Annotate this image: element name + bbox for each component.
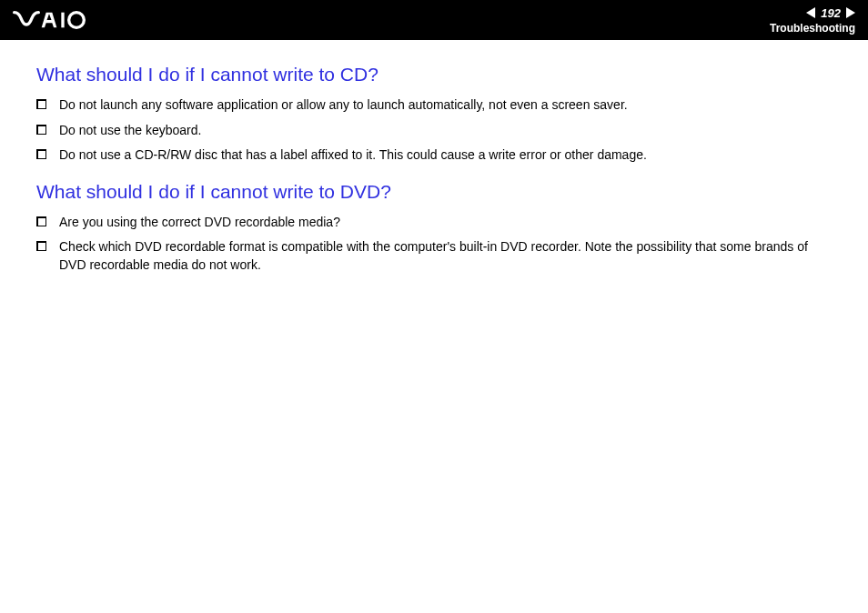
checkbox-icon (36, 241, 46, 251)
checkbox-icon (36, 149, 46, 159)
list-item: Do not launch any software application o… (36, 96, 832, 115)
svg-point-1 (69, 13, 85, 28)
checkbox-icon (36, 125, 46, 135)
list-item: Check which DVD recordable format is com… (36, 238, 832, 274)
header-right: 192 Troubleshooting (770, 6, 855, 35)
question-heading-dvd: What should I do if I cannot write to DV… (36, 181, 832, 203)
page-number: 192 (821, 6, 841, 20)
bullet-list-dvd: Are you using the correct DVD recordable… (36, 214, 832, 275)
svg-rect-0 (61, 13, 64, 28)
checkbox-icon (36, 216, 46, 226)
list-item-text: Do not launch any software application o… (59, 96, 832, 115)
list-item: Are you using the correct DVD recordable… (36, 214, 832, 232)
section-title: Troubleshooting (770, 22, 855, 35)
checkbox-icon (36, 99, 46, 109)
nav-prev-icon[interactable] (806, 7, 815, 18)
list-item-text: Do not use a CD-R/RW disc that has a lab… (59, 146, 832, 165)
list-item-text: Do not use the keyboard. (59, 122, 832, 140)
header-bar: 192 Troubleshooting (0, 0, 868, 40)
page-content: What should I do if I cannot write to CD… (0, 40, 868, 275)
list-item-text: Check which DVD recordable format is com… (59, 238, 832, 274)
vaio-logo (13, 11, 104, 29)
question-heading-cd: What should I do if I cannot write to CD… (36, 64, 832, 85)
list-item-text: Are you using the correct DVD recordable… (59, 214, 832, 232)
list-item: Do not use the keyboard. (36, 122, 832, 140)
page-nav: 192 (806, 6, 855, 20)
nav-next-icon[interactable] (846, 7, 855, 18)
list-item: Do not use a CD-R/RW disc that has a lab… (36, 146, 832, 165)
bullet-list-cd: Do not launch any software application o… (36, 96, 832, 165)
